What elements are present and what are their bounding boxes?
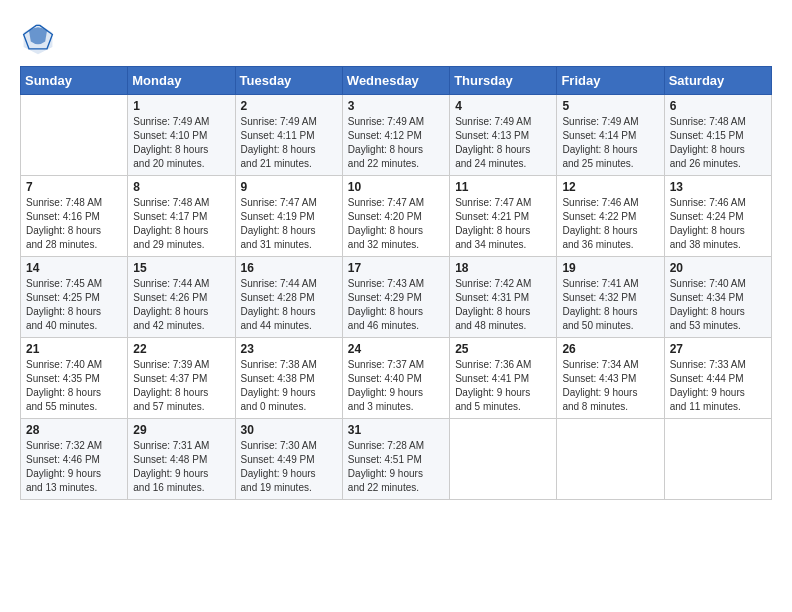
day-cell: 15Sunrise: 7:44 AM Sunset: 4:26 PM Dayli… [128,257,235,338]
day-cell: 25Sunrise: 7:36 AM Sunset: 4:41 PM Dayli… [450,338,557,419]
day-info: Sunrise: 7:30 AM Sunset: 4:49 PM Dayligh… [241,439,337,495]
day-cell: 1Sunrise: 7:49 AM Sunset: 4:10 PM Daylig… [128,95,235,176]
day-info: Sunrise: 7:49 AM Sunset: 4:10 PM Dayligh… [133,115,229,171]
day-number: 26 [562,342,658,356]
day-info: Sunrise: 7:47 AM Sunset: 4:19 PM Dayligh… [241,196,337,252]
day-info: Sunrise: 7:36 AM Sunset: 4:41 PM Dayligh… [455,358,551,414]
day-cell: 18Sunrise: 7:42 AM Sunset: 4:31 PM Dayli… [450,257,557,338]
day-cell: 17Sunrise: 7:43 AM Sunset: 4:29 PM Dayli… [342,257,449,338]
day-number: 17 [348,261,444,275]
day-info: Sunrise: 7:28 AM Sunset: 4:51 PM Dayligh… [348,439,444,495]
day-info: Sunrise: 7:39 AM Sunset: 4:37 PM Dayligh… [133,358,229,414]
day-cell: 14Sunrise: 7:45 AM Sunset: 4:25 PM Dayli… [21,257,128,338]
day-cell: 12Sunrise: 7:46 AM Sunset: 4:22 PM Dayli… [557,176,664,257]
day-number: 7 [26,180,122,194]
day-info: Sunrise: 7:44 AM Sunset: 4:28 PM Dayligh… [241,277,337,333]
day-number: 3 [348,99,444,113]
day-cell: 22Sunrise: 7:39 AM Sunset: 4:37 PM Dayli… [128,338,235,419]
header-row: SundayMondayTuesdayWednesdayThursdayFrid… [21,67,772,95]
day-cell: 10Sunrise: 7:47 AM Sunset: 4:20 PM Dayli… [342,176,449,257]
day-number: 2 [241,99,337,113]
week-row-1: 1Sunrise: 7:49 AM Sunset: 4:10 PM Daylig… [21,95,772,176]
day-number: 18 [455,261,551,275]
week-row-5: 28Sunrise: 7:32 AM Sunset: 4:46 PM Dayli… [21,419,772,500]
day-number: 15 [133,261,229,275]
day-number: 22 [133,342,229,356]
day-info: Sunrise: 7:48 AM Sunset: 4:16 PM Dayligh… [26,196,122,252]
day-cell: 9Sunrise: 7:47 AM Sunset: 4:19 PM Daylig… [235,176,342,257]
day-number: 30 [241,423,337,437]
page-header [20,20,772,56]
day-info: Sunrise: 7:44 AM Sunset: 4:26 PM Dayligh… [133,277,229,333]
day-cell: 21Sunrise: 7:40 AM Sunset: 4:35 PM Dayli… [21,338,128,419]
day-number: 4 [455,99,551,113]
day-info: Sunrise: 7:31 AM Sunset: 4:48 PM Dayligh… [133,439,229,495]
day-cell: 16Sunrise: 7:44 AM Sunset: 4:28 PM Dayli… [235,257,342,338]
day-cell: 2Sunrise: 7:49 AM Sunset: 4:11 PM Daylig… [235,95,342,176]
day-info: Sunrise: 7:47 AM Sunset: 4:21 PM Dayligh… [455,196,551,252]
day-number: 1 [133,99,229,113]
day-number: 11 [455,180,551,194]
day-info: Sunrise: 7:40 AM Sunset: 4:35 PM Dayligh… [26,358,122,414]
day-number: 21 [26,342,122,356]
day-number: 5 [562,99,658,113]
header-cell-friday: Friday [557,67,664,95]
day-number: 8 [133,180,229,194]
calendar-table: SundayMondayTuesdayWednesdayThursdayFrid… [20,66,772,500]
day-info: Sunrise: 7:42 AM Sunset: 4:31 PM Dayligh… [455,277,551,333]
day-cell [450,419,557,500]
day-info: Sunrise: 7:43 AM Sunset: 4:29 PM Dayligh… [348,277,444,333]
day-number: 31 [348,423,444,437]
day-number: 13 [670,180,766,194]
day-number: 24 [348,342,444,356]
day-cell: 6Sunrise: 7:48 AM Sunset: 4:15 PM Daylig… [664,95,771,176]
day-cell: 30Sunrise: 7:30 AM Sunset: 4:49 PM Dayli… [235,419,342,500]
day-number: 23 [241,342,337,356]
header-cell-sunday: Sunday [21,67,128,95]
day-cell: 28Sunrise: 7:32 AM Sunset: 4:46 PM Dayli… [21,419,128,500]
day-info: Sunrise: 7:40 AM Sunset: 4:34 PM Dayligh… [670,277,766,333]
day-number: 29 [133,423,229,437]
day-number: 25 [455,342,551,356]
day-info: Sunrise: 7:49 AM Sunset: 4:12 PM Dayligh… [348,115,444,171]
day-info: Sunrise: 7:38 AM Sunset: 4:38 PM Dayligh… [241,358,337,414]
day-cell: 19Sunrise: 7:41 AM Sunset: 4:32 PM Dayli… [557,257,664,338]
day-cell [664,419,771,500]
day-info: Sunrise: 7:46 AM Sunset: 4:24 PM Dayligh… [670,196,766,252]
day-info: Sunrise: 7:46 AM Sunset: 4:22 PM Dayligh… [562,196,658,252]
day-number: 19 [562,261,658,275]
day-cell: 8Sunrise: 7:48 AM Sunset: 4:17 PM Daylig… [128,176,235,257]
day-info: Sunrise: 7:41 AM Sunset: 4:32 PM Dayligh… [562,277,658,333]
day-number: 14 [26,261,122,275]
day-number: 27 [670,342,766,356]
day-cell: 4Sunrise: 7:49 AM Sunset: 4:13 PM Daylig… [450,95,557,176]
day-cell: 7Sunrise: 7:48 AM Sunset: 4:16 PM Daylig… [21,176,128,257]
day-cell: 27Sunrise: 7:33 AM Sunset: 4:44 PM Dayli… [664,338,771,419]
day-info: Sunrise: 7:48 AM Sunset: 4:17 PM Dayligh… [133,196,229,252]
day-number: 6 [670,99,766,113]
day-cell [557,419,664,500]
day-info: Sunrise: 7:49 AM Sunset: 4:13 PM Dayligh… [455,115,551,171]
day-info: Sunrise: 7:33 AM Sunset: 4:44 PM Dayligh… [670,358,766,414]
day-cell: 5Sunrise: 7:49 AM Sunset: 4:14 PM Daylig… [557,95,664,176]
header-cell-monday: Monday [128,67,235,95]
day-number: 9 [241,180,337,194]
logo-icon [20,20,56,56]
day-cell: 11Sunrise: 7:47 AM Sunset: 4:21 PM Dayli… [450,176,557,257]
header-cell-wednesday: Wednesday [342,67,449,95]
day-cell [21,95,128,176]
day-number: 20 [670,261,766,275]
day-info: Sunrise: 7:47 AM Sunset: 4:20 PM Dayligh… [348,196,444,252]
day-cell: 13Sunrise: 7:46 AM Sunset: 4:24 PM Dayli… [664,176,771,257]
header-cell-saturday: Saturday [664,67,771,95]
week-row-2: 7Sunrise: 7:48 AM Sunset: 4:16 PM Daylig… [21,176,772,257]
day-number: 16 [241,261,337,275]
logo [20,20,60,56]
day-cell: 31Sunrise: 7:28 AM Sunset: 4:51 PM Dayli… [342,419,449,500]
day-number: 28 [26,423,122,437]
day-number: 10 [348,180,444,194]
day-cell: 3Sunrise: 7:49 AM Sunset: 4:12 PM Daylig… [342,95,449,176]
calendar-header: SundayMondayTuesdayWednesdayThursdayFrid… [21,67,772,95]
day-cell: 29Sunrise: 7:31 AM Sunset: 4:48 PM Dayli… [128,419,235,500]
day-info: Sunrise: 7:48 AM Sunset: 4:15 PM Dayligh… [670,115,766,171]
